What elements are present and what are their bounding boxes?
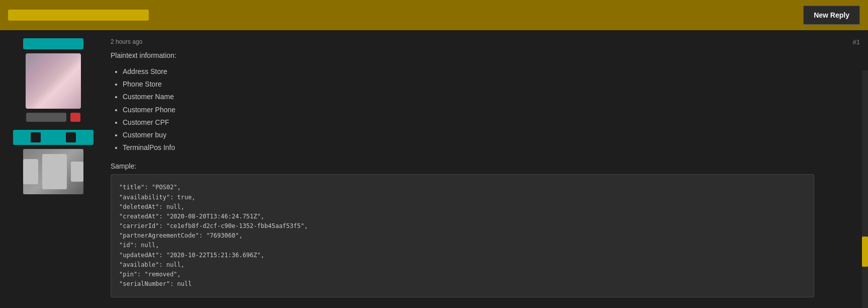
second-avatar-inner [23, 149, 83, 194]
banner-blur [13, 130, 93, 145]
user-meta-row [26, 113, 80, 122]
banner-square-right [66, 132, 76, 142]
sample-title: Sample: [111, 162, 860, 170]
left-sidebar [8, 38, 99, 297]
list-item: Customer Phone [123, 104, 860, 116]
plaintext-title: Plaintext information: [111, 51, 860, 59]
list-item: Phone Store [123, 78, 860, 91]
post-number: #1 [853, 38, 860, 46]
avatar-image [26, 53, 81, 109]
avatar-piece-2 [42, 154, 67, 189]
second-user-block [13, 130, 93, 194]
header: New Reply [0, 0, 868, 30]
banner-square-left [31, 132, 41, 142]
list-item: Customer buy [123, 129, 860, 141]
list-item: Address Store [123, 65, 860, 78]
new-reply-button[interactable]: New Reply [803, 6, 860, 25]
scrollbar-thumb[interactable] [862, 237, 868, 267]
avatar [26, 53, 81, 109]
header-left [8, 10, 149, 21]
code-block: "title": "POS02", "availability": true, … [111, 174, 814, 297]
list-item: Customer CPF [123, 116, 860, 129]
second-avatar [23, 149, 83, 194]
post-content: 2 hours ago Plaintext information: Addre… [107, 38, 860, 297]
username-blur [23, 38, 83, 49]
user-meta-red [70, 113, 80, 122]
main-content: 2 hours ago Plaintext information: Addre… [0, 30, 868, 305]
scrollbar-track[interactable] [862, 70, 868, 308]
avatar-piece-3 [71, 162, 83, 182]
code-content: "title": "POS02", "availability": true, … [119, 183, 806, 289]
bullet-list: Address Store Phone Store Customer Name … [111, 65, 860, 154]
avatar-piece-1 [23, 159, 38, 184]
user-meta-blur [26, 113, 66, 122]
list-item: Customer Name [123, 91, 860, 103]
timestamp: 2 hours ago [111, 38, 860, 45]
header-logo-blur [8, 10, 149, 21]
list-item: TerminalPos Info [123, 141, 860, 154]
